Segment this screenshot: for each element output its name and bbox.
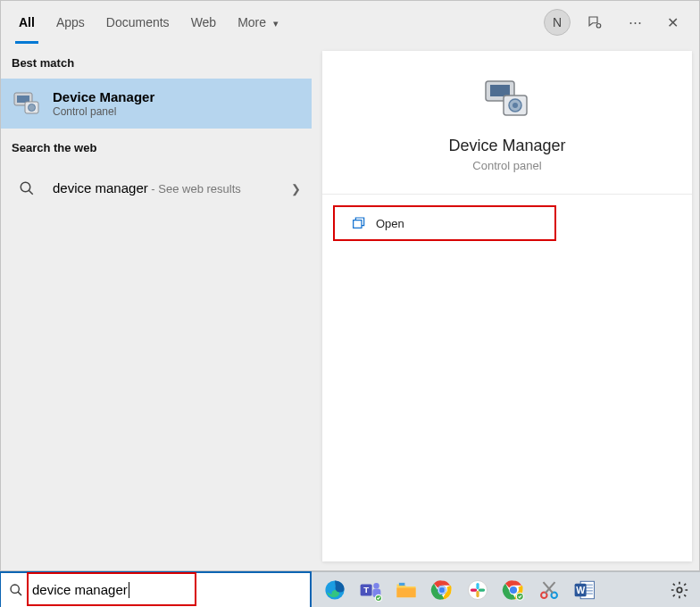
svg-rect-28 — [476, 582, 479, 588]
taskbar-word-icon[interactable]: W — [570, 575, 600, 605]
svg-text:T: T — [363, 585, 369, 595]
tab-all[interactable]: All — [8, 1, 46, 44]
search-icon — [9, 583, 23, 597]
svg-rect-8 — [490, 85, 510, 96]
text-cursor — [129, 582, 129, 598]
svg-point-5 — [21, 182, 30, 192]
open-label: Open — [376, 217, 404, 230]
tab-more[interactable]: More ▾ — [227, 1, 289, 44]
group-best-match: Best match — [1, 44, 312, 79]
search-input-value: device manager — [32, 582, 128, 597]
svg-rect-12 — [354, 220, 362, 229]
taskbar-edge-icon[interactable] — [320, 575, 350, 605]
close-icon[interactable]: ✕ — [662, 14, 683, 31]
result-text: Device Manager Control panel — [53, 89, 154, 118]
svg-point-33 — [510, 586, 517, 593]
preview-subtitle: Control panel — [322, 159, 692, 172]
chevron-down-icon: ▾ — [273, 18, 279, 29]
result-web-search[interactable]: device manager - See web results ❯ — [1, 163, 312, 213]
ellipsis-icon[interactable]: ⋯ — [624, 14, 646, 30]
search-icon — [12, 173, 42, 204]
tab-more-label: More — [238, 15, 266, 29]
svg-point-11 — [512, 103, 518, 108]
preview-title: Device Manager — [322, 137, 692, 155]
header-actions: N ⋯ ✕ — [544, 9, 692, 36]
device-manager-large-icon — [482, 78, 532, 121]
taskbar-chrome-canary-icon[interactable] — [498, 575, 529, 605]
taskbar-teams-icon[interactable]: T — [355, 575, 386, 605]
taskbar-file-explorer-icon[interactable] — [391, 575, 421, 605]
device-manager-icon — [12, 88, 42, 119]
taskbar-apps: T — [320, 575, 600, 605]
result-device-manager[interactable]: Device Manager Control panel — [1, 79, 312, 129]
svg-text:W: W — [576, 585, 585, 595]
svg-point-26 — [439, 586, 446, 593]
result-subtitle: Control panel — [53, 105, 154, 118]
taskbar-search[interactable]: device manager — [0, 572, 311, 608]
svg-point-0 — [596, 24, 601, 29]
chevron-right-icon: ❯ — [291, 182, 301, 195]
user-avatar[interactable]: N — [544, 9, 571, 36]
web-suffix: - See web results — [148, 182, 241, 195]
preview-header: Device Manager Control panel — [322, 51, 692, 195]
open-icon — [351, 216, 365, 230]
taskbar: device manager T — [0, 571, 700, 607]
avatar-initial: N — [553, 15, 562, 29]
tab-web[interactable]: Web — [180, 1, 228, 44]
svg-point-13 — [11, 585, 19, 593]
group-search-web: Search the web — [1, 129, 312, 163]
search-panel: All Apps Documents Web More ▾ N ⋯ ✕ Best… — [0, 0, 700, 571]
scope-tabs: All Apps Documents Web More ▾ N ⋯ ✕ — [1, 1, 699, 44]
svg-point-46 — [677, 587, 682, 593]
taskbar-chrome-icon[interactable] — [427, 575, 457, 605]
results-column: Best match Device Manager Control panel … — [1, 44, 312, 570]
web-query: device manager — [53, 180, 148, 195]
taskbar-slack-icon[interactable] — [462, 575, 493, 605]
svg-point-18 — [373, 582, 379, 588]
svg-rect-31 — [471, 588, 477, 591]
taskbar-settings-icon[interactable] — [664, 575, 695, 605]
open-action[interactable]: Open — [333, 205, 556, 241]
taskbar-snipping-tool-icon[interactable] — [534, 575, 564, 605]
svg-rect-29 — [479, 588, 485, 591]
feedback-icon[interactable] — [587, 14, 608, 30]
tab-documents[interactable]: Documents — [96, 1, 180, 44]
svg-rect-22 — [399, 582, 405, 585]
svg-line-14 — [18, 592, 21, 595]
preview-pane: Device Manager Control panel Open — [322, 51, 692, 561]
svg-line-6 — [29, 190, 33, 195]
svg-rect-30 — [476, 590, 479, 596]
tab-apps[interactable]: Apps — [46, 1, 96, 44]
web-result-text: device manager - See web results — [53, 180, 241, 196]
svg-point-4 — [29, 104, 36, 112]
svg-rect-21 — [396, 587, 415, 597]
result-title: Device Manager — [53, 89, 154, 104]
